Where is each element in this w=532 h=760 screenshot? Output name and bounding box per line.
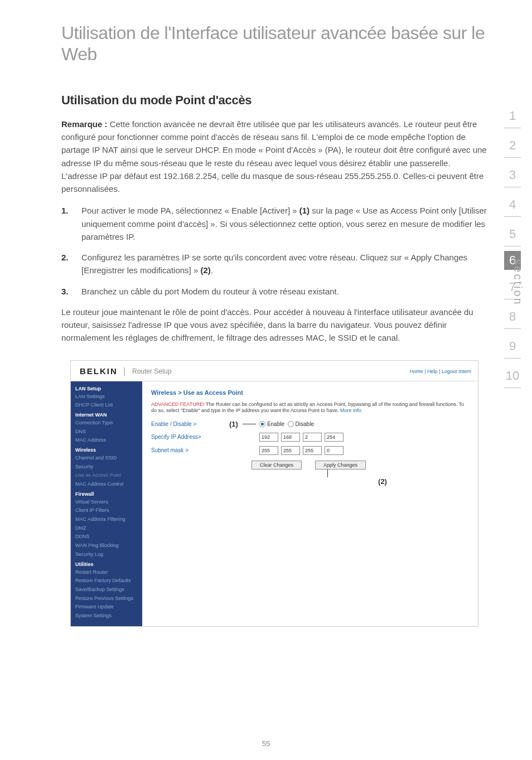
section-nav-item[interactable]: 3: [504, 162, 521, 187]
sidebar-item-client-ip-filters[interactable]: Client IP Filters: [71, 506, 142, 515]
router-main: Wireless > Use as Access Point ADVANCED …: [142, 381, 478, 626]
step-text: Configurez les paramètres IP se sorte qu…: [81, 253, 467, 275]
step-number: 3.: [61, 285, 81, 298]
sidebar-group-title: Utilities: [71, 559, 142, 568]
sidebar-item-system-settings[interactable]: System Settings: [71, 612, 142, 621]
sidebar-item-virtual-servers[interactable]: Virtual Servers: [71, 498, 142, 507]
note-lead: Remarque :: [61, 119, 108, 129]
more-info-link[interactable]: More Info: [340, 408, 361, 413]
divider: |: [123, 366, 125, 376]
sidebar-item-mac-address-control[interactable]: MAC Address Control: [71, 480, 142, 489]
brand-logo: BELKIN: [80, 366, 118, 376]
section-nav-item[interactable]: 8: [504, 304, 521, 329]
section-heading: Utilisation du mode Point d'accès: [61, 93, 487, 108]
sidebar-item-firmware-update[interactable]: Firmware Update: [71, 603, 142, 612]
mask-field[interactable]: 255: [259, 446, 278, 455]
section-nav-item[interactable]: 5: [504, 221, 521, 246]
sidebar-group-title: Wireless: [71, 445, 142, 454]
callout-2: (2): [296, 477, 469, 486]
step-text: .: [211, 265, 213, 275]
section-nav: 1 2 3 4 5 6 7 8 9 10 section: [496, 103, 529, 393]
note-paragraph: Remarque : Cette fonction avancée ne dev…: [61, 118, 487, 196]
apply-changes-button[interactable]: Apply Changes: [315, 461, 366, 469]
sidebar-group-title: Internet WAN: [71, 410, 142, 419]
step-number: 2.: [61, 251, 81, 277]
sidebar-group-title: Firewall: [71, 489, 142, 498]
list-item: 1. Pour activer le mode PA, sélectionnez…: [61, 204, 487, 243]
sidebar-item-ddns[interactable]: DDNS: [71, 533, 142, 541]
sidebar-item-use-as-access-point[interactable]: Use as Access Point: [71, 471, 142, 480]
page-title: Utilisation de l'Interface utilisateur a…: [61, 22, 487, 65]
sidebar-item-restart-router[interactable]: Restart Router: [71, 568, 142, 577]
radio-disable[interactable]: [288, 421, 294, 427]
ip-field[interactable]: 192: [259, 433, 278, 442]
sidebar-item-mac-address-filtering[interactable]: MAC Address Filtering: [71, 515, 142, 524]
sidebar-item-wan-ping-blocking[interactable]: WAN Ping Blocking: [71, 541, 142, 550]
sidebar-item-mac-address[interactable]: MAC Address: [71, 436, 142, 445]
specify-ip-label: Specify IP Address>: [151, 434, 240, 440]
step-number: 1.: [61, 204, 81, 243]
subnet-mask-label: Subnet mask >: [151, 447, 240, 453]
ip-field[interactable]: 168: [281, 433, 300, 442]
callout-1: (1): [229, 420, 238, 428]
section-nav-item[interactable]: 10: [504, 363, 521, 388]
sidebar-item-security-log[interactable]: Security Log: [71, 550, 142, 559]
steps-list: 1. Pour activer le mode PA, sélectionnez…: [61, 204, 487, 298]
note-body: Cette fonction avancée ne devrait être u…: [61, 119, 487, 193]
step-ref: (2): [200, 265, 210, 275]
section-label: section: [511, 259, 524, 306]
sidebar-item-security[interactable]: Security: [71, 463, 142, 472]
sidebar-item-restore-previous-settings[interactable]: Restore Previous Settings: [71, 594, 142, 603]
router-sidebar: LAN Setup LAN Settings DHCP Client List …: [71, 381, 142, 626]
list-item: 2. Configurez les paramètres IP se sorte…: [61, 251, 487, 277]
sidebar-item-save-backup-settings[interactable]: Save/Backup Settings: [71, 585, 142, 594]
sidebar-group-title: LAN Setup: [71, 384, 142, 393]
step-text: Pour activer le mode PA, sélectionnez « …: [81, 206, 299, 215]
step-text: Branchez un câble du port Modem du route…: [81, 287, 339, 296]
router-screenshot: BELKIN | Router Setup Home | Help | Logo…: [70, 360, 478, 627]
router-setup-label: Router Setup: [132, 367, 410, 375]
sidebar-item-dns[interactable]: DNS: [71, 428, 142, 437]
section-nav-item[interactable]: 9: [504, 333, 521, 359]
section-nav-item[interactable]: 1: [504, 103, 521, 128]
mask-field[interactable]: 0: [325, 446, 344, 455]
sidebar-item-connection-type[interactable]: Connection Type: [71, 419, 142, 428]
page-number: 55: [0, 739, 532, 748]
clear-changes-button[interactable]: Clear Changes: [252, 461, 302, 469]
section-nav-item[interactable]: 4: [504, 192, 521, 217]
list-item: 3. Branchez un câble du port Modem du ro…: [61, 285, 487, 298]
callout-line: [243, 424, 256, 424]
radio-disable-label: Disable: [296, 421, 314, 427]
top-links[interactable]: Home | Help | Logout Intern: [410, 369, 471, 374]
step-ref: (1): [299, 206, 309, 215]
sidebar-item-dhcp-client-list[interactable]: DHCP Client List: [71, 401, 142, 410]
advanced-feature-text: ADVANCED FEATURE! The Router can be conf…: [151, 401, 469, 414]
ip-field[interactable]: 2: [303, 433, 322, 442]
sidebar-item-restore-factory-defaults[interactable]: Restore Factory Defaults: [71, 577, 142, 585]
sidebar-item-lan-settings[interactable]: LAN Settings: [71, 393, 142, 401]
section-nav-item[interactable]: 2: [504, 133, 521, 158]
breadcrumb: Wireless > Use as Access Point: [151, 389, 469, 396]
enable-disable-label: Enable / Disable >: [151, 421, 240, 427]
radio-enable[interactable]: [259, 421, 265, 427]
sidebar-item-channel-ssid[interactable]: Channel and SSID: [71, 454, 142, 463]
radio-enable-label: Enable: [267, 421, 284, 427]
mask-field[interactable]: 255: [281, 446, 300, 455]
ip-field[interactable]: 254: [325, 433, 344, 442]
closing-paragraph: Le routeur joue maintenant le rôle de po…: [61, 306, 487, 345]
sidebar-item-dmz[interactable]: DMZ: [71, 524, 142, 533]
mask-field[interactable]: 255: [303, 446, 322, 455]
advanced-lead: ADVANCED FEATURE!: [151, 401, 205, 407]
